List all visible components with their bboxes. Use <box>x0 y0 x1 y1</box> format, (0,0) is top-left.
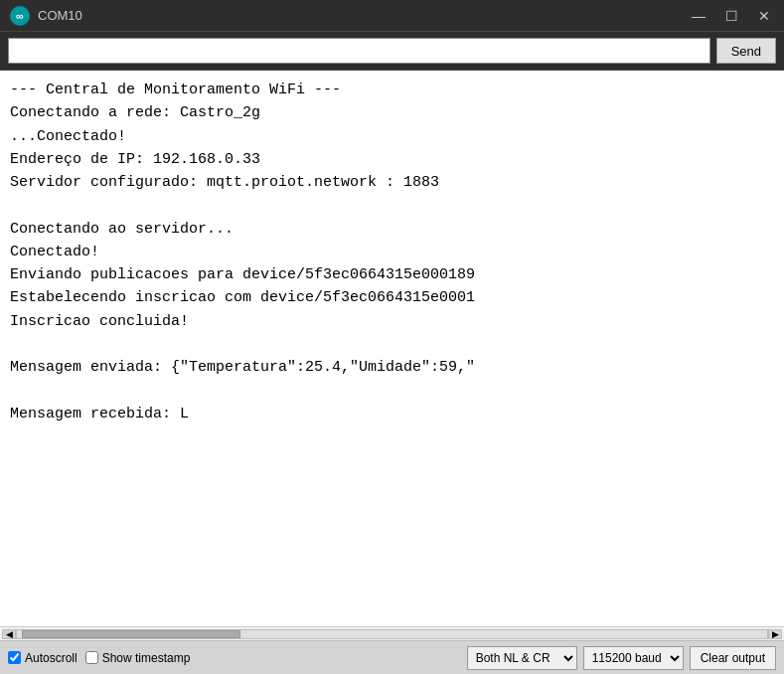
console-content: --- Central de Monitoramento WiFi ---Con… <box>0 71 784 626</box>
console-line: ...Conectado! <box>10 125 774 148</box>
statusbar-right: No line endingNewlineCarriage returnBoth… <box>467 646 776 670</box>
console-line: Mensagem enviada: {"Temperatura":25.4,"U… <box>10 356 774 379</box>
console-line: --- Central de Monitoramento WiFi --- <box>10 79 774 101</box>
timestamp-label[interactable]: Show timestamp <box>102 651 191 665</box>
console-line: Servidor configurado: mqtt.proiot.networ… <box>10 171 774 194</box>
statusbar: Autoscroll Show timestamp No line ending… <box>0 640 784 674</box>
close-button[interactable]: ✕ <box>754 7 774 25</box>
console-line <box>10 194 774 217</box>
scrollbar-thumb[interactable] <box>22 630 240 638</box>
scroll-left-arrow[interactable]: ◀ <box>2 629 16 639</box>
console-line: Conectado! <box>10 241 774 263</box>
scroll-right-arrow[interactable]: ▶ <box>768 629 782 639</box>
titlebar: COM10 — ☐ ✕ <box>0 0 784 32</box>
scrollbar-track[interactable] <box>16 629 768 639</box>
arduino-icon <box>10 6 30 26</box>
console-line <box>10 333 774 356</box>
titlebar-left: COM10 <box>10 6 82 26</box>
console-line: Endereço de IP: 192.168.0.33 <box>10 148 774 171</box>
clear-output-button[interactable]: Clear output <box>690 646 776 670</box>
autoscroll-label[interactable]: Autoscroll <box>25 651 78 665</box>
console-line <box>10 379 774 402</box>
console-area: --- Central de Monitoramento WiFi ---Con… <box>0 71 784 640</box>
console-line: Mensagem recebida: L <box>10 403 774 425</box>
line-ending-select[interactable]: No line endingNewlineCarriage returnBoth… <box>467 646 577 670</box>
console-line: Enviando publicacoes para device/5f3ec06… <box>10 263 774 286</box>
maximize-button[interactable]: ☐ <box>721 7 742 25</box>
console-line: Estabelecendo inscricao com device/5f3ec… <box>10 286 774 309</box>
timestamp-group: Show timestamp <box>85 651 191 665</box>
autoscroll-checkbox[interactable] <box>8 651 21 664</box>
titlebar-controls: — ☐ ✕ <box>688 7 774 25</box>
console-line: Inscricao concluida! <box>10 310 774 333</box>
serial-input[interactable] <box>8 38 710 64</box>
timestamp-checkbox[interactable] <box>85 651 98 664</box>
autoscroll-group: Autoscroll <box>8 651 78 665</box>
window-title: COM10 <box>38 8 82 23</box>
console-line: Conectando a rede: Castro_2g <box>10 101 774 124</box>
input-row: Send <box>0 32 784 71</box>
horizontal-scrollbar[interactable]: ◀ ▶ <box>0 626 784 640</box>
baud-select[interactable]: 9600 baud19200 baud38400 baud57600 baud1… <box>583 646 684 670</box>
send-button[interactable]: Send <box>716 38 776 64</box>
minimize-button[interactable]: — <box>688 7 709 25</box>
console-line: Conectando ao servidor... <box>10 218 774 241</box>
